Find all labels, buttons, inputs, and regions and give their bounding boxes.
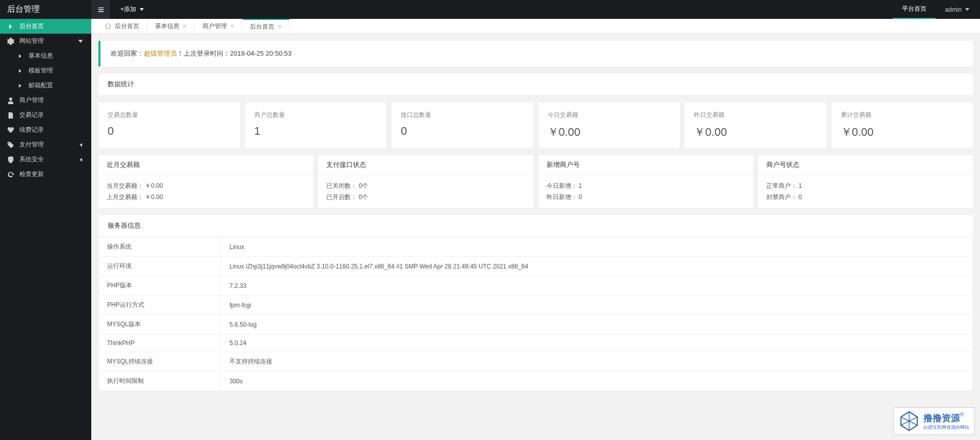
info-monthly: 近月交易额 当月交易额： ￥0.00 上月交易额： ￥0.00 (98, 155, 313, 208)
sidebar-item-update[interactable]: 检查更新 (0, 167, 91, 182)
table-row: MYSQL持续连接不支持持续连接 (99, 352, 973, 372)
welcome-role: 超级管理员 (144, 50, 177, 57)
server-key: MYSQL版本 (99, 315, 221, 334)
refresh-icon (7, 171, 14, 178)
sidebar-item-basic[interactable]: 基本信息 (9, 48, 91, 63)
close-icon[interactable]: × (230, 22, 234, 30)
server-header: 服务器信息 (98, 215, 973, 237)
table-row: ThinkPHP5.0.24 (99, 334, 973, 352)
stats-row: 交易总数量 0 商户总数量 1 接口总数量 0 今日交易额 ￥0.00 昨日交易… (98, 103, 973, 148)
stat-value: ￥0.00 (548, 125, 671, 140)
server-key: PHP运行方式 (99, 296, 221, 315)
welcome-time: 2018-04-25 20:50:53 (230, 50, 292, 57)
server-value: 5.6.50-log (221, 315, 973, 334)
server-value: 不支持持续连接 (221, 352, 973, 372)
server-value: 5.0.24 (221, 334, 973, 352)
tabs: 后台首页 基本信息 × 商户管理 × 后台首页 × (91, 19, 980, 34)
gear-icon (7, 38, 14, 45)
add-dropdown[interactable]: +添加 (110, 5, 156, 14)
info-card-body: 当月交易额： ￥0.00 上月交易额： ￥0.00 (98, 175, 313, 208)
table-row: 运行环境Linux iZhp3j11jqvw9j04oct4vbZ 3.10.0… (99, 257, 973, 276)
chevron-left-icon (77, 141, 84, 149)
stat-label: 累计交易额 (841, 111, 964, 119)
server-key: 运行环境 (99, 257, 221, 276)
stat-value: 0 (401, 125, 524, 138)
watermark-sub: 白嫖互联网资源的网站 (923, 424, 969, 431)
tab-basic[interactable]: 基本信息 × (148, 19, 194, 33)
user-icon (7, 97, 14, 104)
app-title: 后台管理 (0, 4, 91, 15)
stat-label: 今日交易额 (548, 111, 671, 119)
server-key: 执行时间限制 (99, 372, 221, 391)
watermark: 撸撸资源® 白嫖互联网资源的网站 (893, 407, 975, 435)
sidebar-item-label: 系统安全 (19, 155, 44, 164)
tab-label: 后台首页 (250, 22, 274, 31)
stats-card: 数据统计 (98, 74, 973, 95)
info-line: 当月交易额： ￥0.00 (107, 180, 305, 191)
tag-icon (7, 141, 14, 149)
chevron-left-icon (77, 156, 84, 163)
topbar: 后台管理 +添加 平台首页 admin (0, 0, 980, 19)
tab-home[interactable]: 后台首页 (97, 19, 147, 33)
user-dropdown[interactable]: admin (936, 0, 980, 19)
sidebar-item-email[interactable]: 邮箱配置 (9, 78, 91, 93)
sidebar: 后台首页 网站管理 基本信息 模板管理 邮箱配置 (0, 19, 91, 440)
info-card-title: 新增商户号 (538, 155, 753, 175)
server-value: fpm-fcgi (221, 296, 973, 315)
server-value: Linux (221, 237, 973, 257)
chevron-right-icon (16, 53, 23, 60)
info-line: 上月交易额： ￥0.00 (107, 191, 305, 203)
sidebar-item-transaction[interactable]: 交易记录 (0, 108, 91, 123)
stat-label: 交易总数量 (108, 111, 231, 119)
table-row: PHP版本7.2.33 (99, 276, 973, 296)
sidebar-item-payment[interactable]: 支付管理 (0, 137, 91, 152)
info-card-body: 今日新增： 1 昨日新增： 0 (538, 175, 753, 208)
page: 欢迎回家：超级管理员！上次登录时间：2018-04-25 20:50:53 数据… (91, 34, 980, 405)
sidebar-item-renewal[interactable]: 续费记录 (0, 123, 91, 137)
stat-label: 接口总数量 (401, 111, 524, 119)
server-value: 7.2.33 (221, 276, 973, 296)
caret-down-icon (138, 6, 145, 13)
info-merchant-status: 商户号状态 正常商户： 1 封禁商户： 0 (758, 155, 973, 208)
server-key: MYSQL持续连接 (99, 352, 221, 372)
user-label: admin (945, 6, 962, 13)
watermark-reg: ® (960, 412, 964, 418)
chevron-right-icon (7, 23, 14, 30)
tab-label: 后台首页 (115, 22, 139, 31)
sidebar-item-security[interactable]: 系统安全 (0, 152, 91, 167)
sidebar-item-merchant[interactable]: 商户管理 (0, 93, 91, 108)
menu-toggle-button[interactable] (91, 0, 110, 19)
tab-home-2[interactable]: 后台首页 × (243, 19, 289, 33)
chevron-down-icon (77, 38, 84, 45)
tab-merchant[interactable]: 商户管理 × (195, 19, 242, 33)
close-icon[interactable]: × (183, 22, 187, 30)
info-api-status: 支付接口状态 已关闭数： 0个 已开启数： 0个 (318, 155, 533, 208)
platform-home-link[interactable]: 平台首页 (893, 0, 936, 19)
hamburger-icon (97, 6, 105, 13)
stat-label: 商户总数量 (254, 111, 378, 119)
server-key: PHP版本 (99, 276, 221, 296)
platform-home-label: 平台首页 (902, 5, 926, 13)
info-line: 正常商户： 1 (766, 180, 965, 191)
info-line: 昨日新增： 0 (547, 191, 745, 203)
sidebar-item-site[interactable]: 网站管理 (0, 34, 91, 48)
sidebar-item-label: 邮箱配置 (29, 81, 53, 90)
sidebar-sub-site: 基本信息 模板管理 邮箱配置 (0, 48, 91, 93)
welcome-prefix: 欢迎回家： (111, 50, 144, 57)
sidebar-item-home[interactable]: 后台首页 (0, 19, 91, 34)
sidebar-item-label: 后台首页 (19, 22, 44, 31)
stat-yesterday-amount: 昨日交易额 ￥0.00 (685, 103, 827, 148)
table-row: PHP运行方式fpm-fcgi (99, 296, 973, 315)
stat-total-amount: 累计交易额 ￥0.00 (832, 103, 973, 148)
info-card-title: 支付接口状态 (318, 155, 533, 175)
stat-today-amount: 今日交易额 ￥0.00 (538, 103, 680, 148)
close-icon[interactable]: × (277, 22, 281, 31)
sidebar-item-template[interactable]: 模板管理 (9, 63, 91, 78)
sidebar-item-label: 支付管理 (19, 140, 44, 149)
caret-down-icon (964, 6, 971, 13)
watermark-logo-icon (899, 411, 919, 431)
sidebar-item-label: 检查更新 (19, 170, 44, 179)
home-icon (105, 22, 112, 30)
chevron-right-icon (16, 82, 23, 89)
sidebar-item-label: 网站管理 (19, 37, 44, 45)
